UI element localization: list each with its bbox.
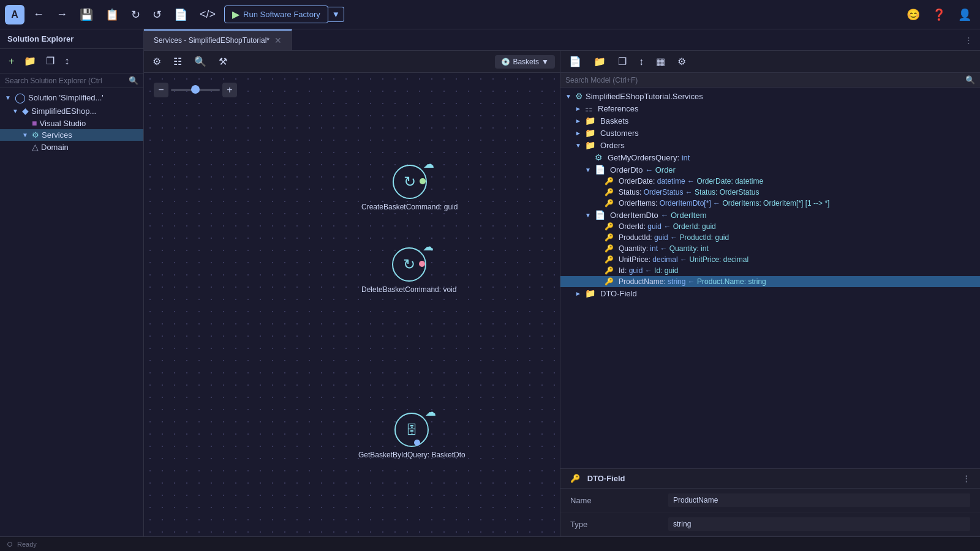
props-type-input[interactable]: [668, 517, 970, 531]
redo-button[interactable]: ↺: [149, 6, 165, 24]
collapse-button[interactable]: ↕: [61, 53, 73, 69]
node-label-create: CreateBasketCommand: guid: [361, 203, 458, 211]
model-orderdto[interactable]: ▼ 📄 OrderDto ← Order: [560, 163, 980, 176]
code-button[interactable]: </>: [196, 6, 219, 23]
node-create-basket[interactable]: ☁ ↻ CreateBasketCommand: guid: [361, 165, 458, 211]
tree-item-project[interactable]: ▼ ◆ SimplifiedEShop...: [0, 105, 143, 117]
model-status[interactable]: ► 🔑 Status: OrderStatus ← Status: OrderS…: [560, 187, 980, 198]
orderitemdto-label: OrderItemDto ← OrderItem: [610, 211, 707, 220]
model-search-bar: 🔍: [560, 73, 980, 88]
project-icon: ◆: [22, 106, 29, 116]
model-customers[interactable]: ► 📁 Customers: [560, 127, 980, 139]
domain-icon: △: [32, 142, 39, 152]
save-button[interactable]: 💾: [76, 6, 97, 24]
basket-label: Baskets: [513, 58, 539, 66]
orderid-label: OrderId: guid ← OrderId: guid: [619, 222, 716, 231]
model-orderdate[interactable]: ► 🔑 OrderDate: datetime ← OrderDate: dat…: [560, 176, 980, 187]
model-expand-icon[interactable]: ❐: [614, 53, 630, 70]
tab-services[interactable]: Services - SimplifiedEShopTutorial* ✕: [144, 29, 292, 50]
run-software-factory-button[interactable]: ▶ Run Software Factory: [224, 6, 328, 23]
model-orderitemdto[interactable]: ▼ 📄 OrderItemDto ← OrderItem: [560, 209, 980, 221]
add-button[interactable]: +: [5, 53, 18, 69]
split-area: ⚙ ☷ 🔍 ⚒ 💿 Baskets ▼ −: [144, 51, 980, 536]
tab-expand-button[interactable]: ⋮: [957, 33, 980, 47]
productid-label: ProductId: guid ← ProductId: guid: [619, 233, 729, 242]
model-root[interactable]: ▼ ⚙ SimplifiedEShopTutorial.Services: [560, 90, 980, 102]
model-references[interactable]: ► ⚏ References: [560, 102, 980, 114]
sidebar-search-input[interactable]: [5, 77, 126, 85]
tab-close-icon[interactable]: ✕: [274, 36, 282, 45]
canvas-config-icon[interactable]: ⚒: [215, 53, 231, 70]
tree-item-services[interactable]: ▼ ⚙ Services: [0, 129, 143, 141]
file-button[interactable]: 📄: [170, 6, 191, 24]
model-productname[interactable]: ► 🔑 ProductName: string ← Product.Name: …: [560, 276, 980, 287]
props-name-input[interactable]: [668, 493, 970, 507]
solution-explorer: Solution Explorer + 📁 ❐ ↕ 🔍 ▼ ◯ Solution…: [0, 29, 144, 536]
undo-button[interactable]: ↻: [127, 6, 144, 24]
copy-button[interactable]: 📋: [102, 6, 123, 24]
model-search-input[interactable]: [565, 76, 963, 84]
run-dropdown-button[interactable]: ▼: [328, 7, 344, 22]
node-delete-basket[interactable]: ☁ ↻ DeleteBasketCommand: void: [361, 247, 456, 294]
doc-icon: 📄: [595, 165, 605, 174]
canvas-filter-icon[interactable]: ☷: [170, 53, 186, 70]
help-button[interactable]: ❓: [929, 6, 949, 24]
expand-button[interactable]: ❐: [42, 53, 58, 69]
model-orderitems[interactable]: ► 🔑 OrderItems: OrderItemDto[*] ← OrderI…: [560, 198, 980, 209]
chevron-right-icon: ►: [575, 130, 582, 137]
key-icon: 🔑: [605, 188, 614, 197]
model-baskets[interactable]: ► 📁 Baskets: [560, 114, 980, 127]
zoom-thumb[interactable]: [191, 85, 200, 94]
orderdate-label: OrderDate: datetime ← OrderDate: datetim…: [619, 177, 763, 186]
status-label: Status: OrderStatus ← Status: OrderStatu…: [619, 188, 759, 197]
products-label: DTO-Field: [600, 289, 637, 298]
model-chart-icon[interactable]: ▦: [652, 53, 669, 70]
dot-blue: [414, 440, 420, 446]
tree-item-vs[interactable]: ► ■ Visual Studio: [0, 117, 143, 129]
properties-header: 🔑 DTO-Field ⋮: [560, 469, 980, 489]
canvas[interactable]: − +: [144, 73, 560, 536]
root-label: SimplifiedEShopTutorial.Services: [586, 92, 703, 101]
doc-icon: 📄: [595, 210, 605, 220]
model-orders[interactable]: ▼ 📁 Orders: [560, 139, 980, 151]
services-icon: ⚙: [32, 130, 39, 140]
canvas-settings-icon[interactable]: ⚙: [149, 53, 165, 70]
model-productid[interactable]: ► 🔑 ProductId: guid ← ProductId: guid: [560, 232, 980, 243]
model-settings-icon[interactable]: ⚙: [674, 53, 690, 70]
folder-button[interactable]: 📁: [20, 53, 40, 69]
sidebar-actions: + 📁 ❐ ↕: [0, 49, 143, 73]
props-menu-icon[interactable]: ⋮: [962, 474, 970, 483]
chevron-down-icon: ▼: [5, 94, 12, 101]
model-doc-icon[interactable]: 📄: [565, 53, 585, 70]
back-button[interactable]: ←: [29, 6, 48, 23]
root-gear-icon: ⚙: [575, 91, 583, 101]
model-getmyorders[interactable]: ► ⚙ GetMyOrdersQuery: int: [560, 151, 980, 163]
model-quantity[interactable]: ► 🔑 Quantity: int ← Quantity: int: [560, 243, 980, 254]
basket-icon: 💿: [501, 58, 510, 66]
basket-selector[interactable]: 💿 Baskets ▼: [495, 55, 555, 69]
main-area: Solution Explorer + 📁 ❐ ↕ 🔍 ▼ ◯ Solution…: [0, 29, 980, 536]
user-button[interactable]: 👤: [954, 6, 975, 24]
top-toolbar: A ← → 💾 📋 ↻ ↺ 📄 </> ▶ Run Software Facto…: [0, 0, 980, 29]
tree-item-solution[interactable]: ▼ ◯ Solution 'Simplified...': [0, 91, 143, 105]
model-id[interactable]: ► 🔑 Id: guid ← Id: guid: [560, 265, 980, 276]
search-icon: 🔍: [129, 76, 138, 85]
model-orderid[interactable]: ► 🔑 OrderId: guid ← OrderId: guid: [560, 221, 980, 232]
zoom-slider[interactable]: [171, 89, 220, 91]
zoom-out-button[interactable]: −: [154, 83, 168, 97]
right-toolbar: 📄 📁 ❐ ↕ ▦ ⚙: [560, 51, 980, 73]
tree-item-domain[interactable]: ► △ Domain: [0, 141, 143, 153]
model-collapse-icon[interactable]: ↕: [635, 54, 647, 70]
status-dot: [7, 542, 12, 547]
canvas-search-icon[interactable]: 🔍: [190, 53, 210, 70]
model-folder-icon[interactable]: 📁: [590, 53, 609, 70]
zoom-in-button[interactable]: +: [222, 83, 237, 97]
model-products[interactable]: ► 📁 DTO-Field: [560, 287, 980, 299]
key-icon: 🔑: [605, 177, 614, 186]
key-icon: 🔑: [605, 266, 614, 275]
chevron-down-icon: ▼: [585, 167, 592, 173]
forward-button[interactable]: →: [53, 6, 71, 23]
node-get-basket[interactable]: ☁ 🗄 GetBasketByIdQuery: BasketDto: [358, 413, 466, 459]
emoji-button[interactable]: 😊: [903, 6, 924, 24]
model-unitprice[interactable]: ► 🔑 UnitPrice: decimal ← UnitPrice: deci…: [560, 254, 980, 265]
